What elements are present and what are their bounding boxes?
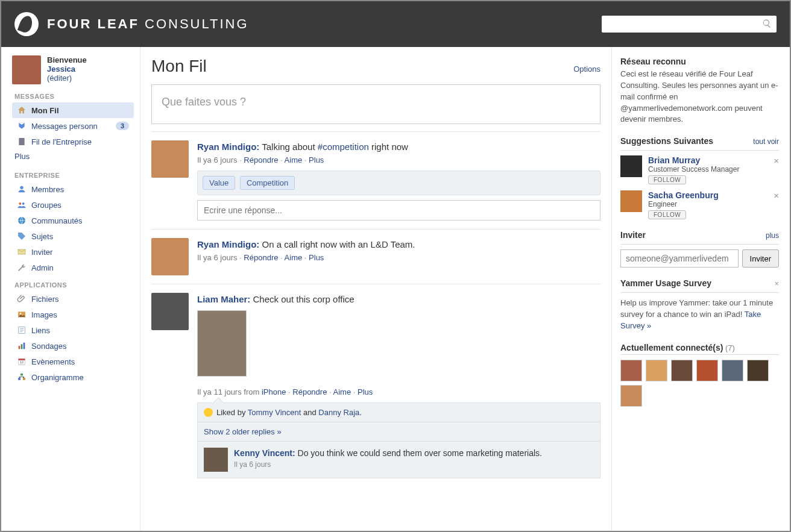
mail-icon (17, 247, 27, 257)
reply-time: Il ya 6 jours (234, 460, 542, 469)
sidebar-item-label: Membres (31, 185, 64, 194)
tag-icon (17, 231, 27, 241)
survey-title: Yammer Usage Survey (620, 278, 711, 288)
search-icon[interactable] (762, 19, 772, 30)
avatar[interactable] (620, 155, 642, 177)
source-link[interactable]: iPhone (262, 387, 286, 396)
post-author-link[interactable]: Ryan Mindigo: (197, 239, 259, 249)
follow-button[interactable]: FOLLOW (648, 210, 686, 219)
follow-button[interactable]: FOLLOW (648, 175, 686, 184)
sidebar-item-topics[interactable]: Sujets (12, 228, 134, 244)
topic-chip[interactable]: Value (203, 176, 235, 190)
user-link[interactable]: Danny Raja (318, 408, 359, 417)
sidebar-item-polls[interactable]: Sondages (12, 338, 134, 354)
section-applications-title: APPLICATIONS (14, 281, 134, 289)
svg-rect-8 (19, 346, 20, 349)
sidebar-item-images[interactable]: Images (12, 307, 134, 322)
feed-options-link[interactable]: Options (573, 64, 600, 74)
avatar[interactable] (722, 360, 743, 381)
avatar[interactable] (671, 360, 693, 381)
dismiss-icon[interactable]: × (774, 155, 779, 166)
avatar[interactable] (646, 360, 667, 381)
sidebar-item-communities[interactable]: Communautés (12, 213, 134, 228)
verified-title: Réseau reconnu (620, 57, 779, 66)
page-title: Mon Fil (151, 57, 207, 76)
sidebar-item-label: Communautés (31, 216, 83, 225)
search-input[interactable] (607, 20, 762, 29)
show-older-replies[interactable]: Show 2 older replies » (197, 422, 600, 442)
sidebar-item-admin[interactable]: Admin (12, 260, 134, 275)
chart-icon (17, 341, 27, 351)
invite-block: Inviter plus Inviter (620, 230, 779, 268)
sidebar-item-label: Sujets (31, 232, 53, 241)
sidebar-item-personal-messages[interactable]: Messages personn 3 (12, 118, 134, 134)
sidebar-item-files[interactable]: Fichiers (12, 291, 134, 307)
verified-text: Ceci est le réseau vérifié de Four Leaf … (620, 69, 779, 125)
like-link[interactable]: Aime (285, 253, 303, 262)
person-icon (17, 184, 27, 194)
reply-link[interactable]: Répondre (244, 155, 278, 164)
building-icon (17, 137, 27, 146)
sidebar-item-label: Admin (31, 263, 54, 272)
home-icon (17, 105, 27, 115)
avatar[interactable] (620, 190, 642, 212)
hashtag-link[interactable]: #competition (318, 142, 369, 152)
more-link[interactable]: Plus (309, 155, 324, 164)
suggestion-name-link[interactable]: Sacha Greenburg (648, 190, 719, 200)
section-messages-title: MESSAGES (14, 93, 134, 100)
sidebar-item-invite[interactable]: Inviter (12, 244, 134, 260)
sidebar-item-my-feed[interactable]: Mon Fil (12, 102, 134, 118)
clip-icon (17, 294, 27, 304)
suggestion-role: Engineer (648, 200, 719, 208)
like-link[interactable]: Aime (333, 387, 351, 396)
sidebar-more-link[interactable]: Plus (12, 149, 32, 166)
avatar[interactable] (151, 293, 189, 330)
org-icon (17, 372, 27, 382)
avatar[interactable] (204, 448, 228, 472)
avatar[interactable] (620, 360, 642, 381)
reply-input[interactable] (197, 200, 600, 221)
edit-profile-link[interactable]: (éditer) (47, 74, 72, 83)
online-count: (7) (725, 343, 735, 352)
invite-more-link[interactable]: plus (766, 231, 779, 240)
reply-link[interactable]: Répondre (244, 253, 278, 262)
like-link[interactable]: Aime (285, 155, 303, 164)
sidebar-item-members[interactable]: Membres (12, 181, 134, 197)
current-user-name[interactable]: Jessica (47, 64, 75, 74)
sidebar-item-label: Groupes (31, 201, 61, 210)
sidebar-item-groups[interactable]: Groupes (12, 197, 134, 213)
svg-point-2 (22, 202, 25, 205)
reply-link[interactable]: Répondre (292, 387, 327, 396)
dismiss-icon[interactable]: × (774, 190, 779, 201)
reply-author-link[interactable]: Kenny Vincent: (234, 448, 295, 458)
post-content: Liam Maher: Check out this corp office (197, 293, 600, 305)
sidebar-item-orgchart[interactable]: Organigramme (12, 369, 134, 385)
global-search[interactable] (602, 16, 777, 33)
avatar[interactable] (747, 360, 769, 381)
sidebar-item-company-feed[interactable]: Fil de l'Entreprise (12, 134, 134, 149)
survey-block: Yammer Usage Survey × Help us improve Ya… (620, 278, 779, 332)
image-attachment[interactable] (197, 310, 247, 377)
invite-email-input[interactable] (620, 249, 739, 268)
user-link[interactable]: Tommy Vincent (248, 408, 301, 417)
topic-chip[interactable]: Competition (240, 176, 295, 190)
svg-rect-10 (24, 343, 25, 349)
post-author-link[interactable]: Liam Maher: (197, 294, 250, 304)
avatar[interactable] (12, 55, 41, 84)
avatar[interactable] (696, 360, 718, 381)
sidebar-item-links[interactable]: Liens (12, 322, 134, 338)
avatar[interactable] (620, 385, 642, 407)
avatar[interactable] (151, 238, 189, 275)
more-link[interactable]: Plus (309, 253, 324, 262)
sidebar-item-events[interactable]: 12 Evènements (12, 354, 134, 369)
status-composer[interactable]: Que faites vous ? (151, 84, 600, 124)
close-icon[interactable]: × (774, 279, 779, 288)
right-sidebar: Réseau reconnu Ceci est le réseau vérifi… (612, 47, 790, 531)
see-all-link[interactable]: tout voir (753, 137, 779, 146)
avatar[interactable] (151, 140, 189, 178)
post-author-link[interactable]: Ryan Mindigo: (197, 142, 259, 152)
invite-button[interactable]: Inviter (742, 249, 779, 268)
more-link[interactable]: Plus (358, 387, 373, 396)
suggestion-name-link[interactable]: Brian Murray (648, 155, 700, 165)
svg-rect-14 (20, 374, 23, 375)
